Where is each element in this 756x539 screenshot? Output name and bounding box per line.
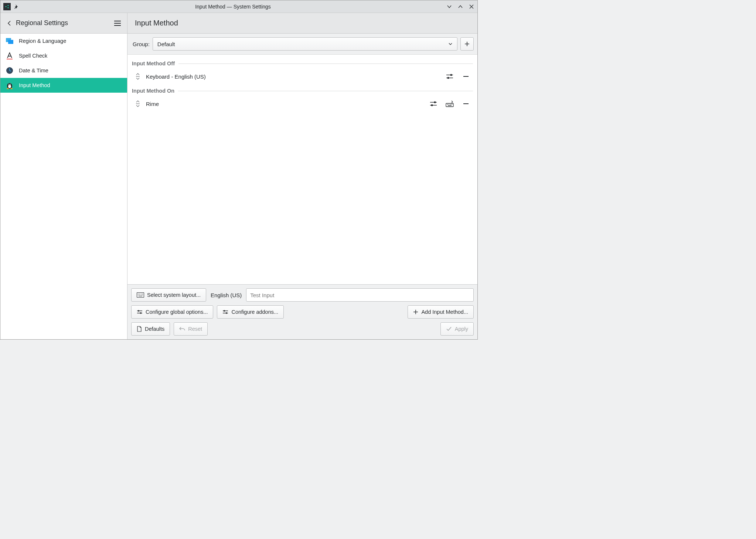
group-label: Group: <box>131 41 150 47</box>
sidebar-item-date-time[interactable]: Date & Time <box>0 63 127 78</box>
group-select-value: Default <box>157 41 175 47</box>
configure-global-label: Configure global options... <box>146 309 208 315</box>
drag-handle-icon[interactable] <box>135 100 141 107</box>
titlebar: Input Method — System Settings <box>0 0 477 13</box>
svg-rect-18 <box>446 103 453 107</box>
svg-point-22 <box>224 310 225 312</box>
svg-point-13 <box>10 88 13 89</box>
remove-im-button[interactable] <box>462 100 470 108</box>
defaults-button[interactable]: Defaults <box>131 322 170 336</box>
im-name: Rime <box>146 101 424 107</box>
undo-icon <box>179 326 185 332</box>
plus-icon <box>413 309 418 315</box>
sidebar-title: Regional Settings <box>16 19 110 27</box>
tux-icon <box>6 81 14 89</box>
svg-point-10 <box>8 84 9 85</box>
main-panel: Input Method Group: Default Input Method… <box>127 13 477 339</box>
section-off-header: Input Method Off <box>127 57 477 69</box>
configure-global-options-button[interactable]: Configure global options... <box>131 305 213 319</box>
check-icon <box>446 326 452 332</box>
menu-button[interactable] <box>114 20 121 26</box>
bottom-toolbar: Select system layout... English (US) Con… <box>127 284 477 339</box>
svg-point-1 <box>6 6 7 7</box>
configure-im-button[interactable] <box>429 100 437 108</box>
apply-button: Apply <box>440 322 474 336</box>
sidebar-item-spell-check[interactable]: Spell Check <box>0 48 127 63</box>
add-input-method-button[interactable]: Add Input Method... <box>408 305 474 319</box>
group-select[interactable]: Default <box>153 37 457 51</box>
im-row-rime[interactable]: Rime <box>127 96 477 111</box>
apply-label: Apply <box>455 326 468 332</box>
svg-point-17 <box>431 104 433 106</box>
add-group-button[interactable] <box>460 37 474 51</box>
section-on-label: Input Method On <box>132 88 174 94</box>
clock-icon <box>6 66 14 75</box>
sidebar-item-label: Spell Check <box>19 53 47 59</box>
sidebar: Regional Settings Region & Language Spel… <box>0 13 127 339</box>
minimize-button[interactable] <box>446 4 452 10</box>
document-icon <box>137 326 142 332</box>
sidebar-header: Regional Settings <box>0 13 127 34</box>
svg-point-12 <box>7 88 9 89</box>
remove-im-button[interactable] <box>462 72 470 80</box>
svg-point-3 <box>8 7 9 8</box>
back-button[interactable] <box>6 20 12 26</box>
system-layout-value: English (US) <box>210 292 242 298</box>
main-header: Input Method <box>127 13 477 34</box>
section-off-label: Input Method Off <box>132 61 175 66</box>
app-icon <box>3 3 11 10</box>
add-im-label: Add Input Method... <box>421 309 468 315</box>
region-icon <box>6 37 14 45</box>
select-layout-label: Select system layout... <box>147 292 201 298</box>
svg-point-9 <box>8 85 11 88</box>
svg-point-21 <box>140 312 142 314</box>
select-system-layout-button[interactable]: Select system layout... <box>131 288 206 302</box>
svg-point-23 <box>226 312 227 314</box>
svg-point-14 <box>450 74 452 76</box>
svg-point-15 <box>447 77 449 79</box>
pin-icon[interactable] <box>14 4 20 10</box>
im-row-keyboard-en-us[interactable]: Keyboard - English (US) <box>127 69 477 84</box>
svg-point-16 <box>434 102 436 103</box>
maximize-button[interactable] <box>457 4 463 10</box>
svg-point-20 <box>138 310 139 312</box>
chevron-down-icon <box>448 42 453 46</box>
drag-handle-icon[interactable] <box>135 73 141 80</box>
svg-point-11 <box>10 84 11 85</box>
sidebar-item-label: Date & Time <box>19 68 48 73</box>
configure-addons-label: Configure addons... <box>231 309 278 315</box>
defaults-label: Defaults <box>145 326 164 332</box>
svg-rect-5 <box>8 40 13 44</box>
reset-button: Reset <box>174 322 208 336</box>
keyboard-icon <box>137 292 144 298</box>
sidebar-item-label: Region & Language <box>19 38 66 44</box>
section-on-header: Input Method On <box>127 84 477 96</box>
configure-addons-button[interactable]: Configure addons... <box>217 305 284 319</box>
configure-im-button[interactable] <box>446 72 454 80</box>
window-title: Input Method — System Settings <box>20 4 446 10</box>
plus-icon <box>464 41 470 47</box>
sidebar-list: Region & Language Spell Check Date & Tim… <box>0 34 127 93</box>
close-button[interactable] <box>469 4 474 10</box>
svg-point-2 <box>8 5 9 6</box>
page-title: Input Method <box>135 19 178 27</box>
sidebar-item-input-method[interactable]: Input Method <box>0 78 127 93</box>
reset-label: Reset <box>188 326 202 332</box>
sidebar-item-label: Input Method <box>19 82 50 88</box>
keyboard-layout-button[interactable] <box>446 100 454 108</box>
im-name: Keyboard - English (US) <box>146 73 440 80</box>
input-method-list: Input Method Off Keyboard - English (US) <box>127 55 477 284</box>
spell-icon <box>6 52 14 60</box>
sliders-icon <box>222 309 228 315</box>
sidebar-item-region-language[interactable]: Region & Language <box>0 34 127 48</box>
test-input[interactable] <box>246 288 474 302</box>
sliders-icon <box>137 309 143 315</box>
group-row: Group: Default <box>127 34 477 55</box>
